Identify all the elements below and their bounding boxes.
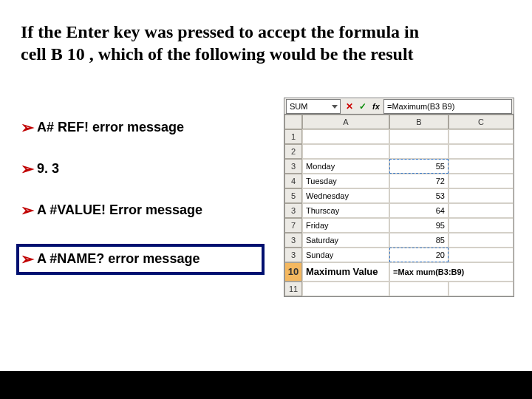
cell-b5[interactable]: 53 — [389, 188, 449, 203]
cell-b7[interactable]: 95 — [389, 218, 449, 233]
row-header[interactable]: 3 — [284, 203, 302, 218]
option-d-correct[interactable]: ➢ A #NAME? error message — [16, 244, 265, 275]
options-list: ➢ A# REF! error message ➢ 9. 3 ➢ A #VALU… — [21, 120, 265, 300]
row-header[interactable]: 3 — [284, 159, 302, 174]
row-header[interactable]: 1 — [284, 129, 302, 144]
cell-a1[interactable] — [302, 129, 389, 144]
cell-b3[interactable]: 55 — [389, 159, 449, 174]
option-a-label: A# REF! error message — [37, 120, 184, 135]
bottom-bar — [0, 371, 532, 399]
cell-c6[interactable] — [449, 203, 514, 218]
row-header[interactable]: 5 — [284, 188, 302, 203]
cell-c11[interactable] — [449, 282, 514, 296]
cell-a11[interactable] — [302, 282, 389, 296]
cell-c9[interactable] — [449, 248, 514, 262]
row-header[interactable]: 3 — [284, 233, 302, 248]
name-box-value: SUM — [290, 102, 307, 111]
question-text: If the Enter key was pressed to accept t… — [21, 21, 434, 65]
cell-b9[interactable]: 20 — [389, 248, 449, 262]
cell-c2[interactable] — [449, 144, 514, 159]
cancel-icon[interactable]: ✕ — [344, 100, 355, 112]
formula-bar: SUM ✕ ✓ fx =Maximum(B3 B9) — [284, 98, 514, 115]
cell-b4[interactable]: 72 — [389, 174, 449, 188]
option-d-label: A #NAME? error message — [37, 251, 200, 267]
accept-icon[interactable]: ✓ — [357, 100, 369, 112]
row-header[interactable]: 3 — [284, 248, 302, 262]
cell-a2[interactable] — [302, 144, 389, 159]
spreadsheet-screenshot: SUM ✕ ✓ fx =Maximum(B3 B9) A B C 1 2 3 M… — [284, 98, 514, 297]
row-header-active[interactable]: 10 — [284, 262, 302, 282]
cell-a5[interactable]: Wednesday — [302, 188, 389, 203]
cell-a10[interactable]: Maximum Value — [302, 262, 389, 282]
formula-input[interactable]: =Maximum(B3 B9) — [383, 99, 512, 114]
cell-b11[interactable] — [389, 282, 449, 296]
cell-a3[interactable]: Monday — [302, 159, 389, 174]
formula-bar-buttons: ✕ ✓ fx — [342, 100, 383, 112]
col-header-b[interactable]: B — [389, 115, 449, 129]
option-c[interactable]: ➢ A #VALUE! Error message — [21, 202, 265, 219]
option-b-label: 9. 3 — [37, 161, 59, 177]
name-box[interactable]: SUM — [286, 99, 341, 114]
option-a[interactable]: ➢ A# REF! error message — [21, 120, 265, 136]
option-c-label: A #VALUE! Error message — [37, 202, 202, 218]
bullet-arrow-icon: ➢ — [21, 202, 34, 219]
cell-c3[interactable] — [449, 159, 514, 174]
cell-b10-editing[interactable]: =Max mum(B3:B9) — [389, 262, 514, 282]
cell-a4[interactable]: Tuesday — [302, 174, 389, 188]
cell-c1[interactable] — [449, 129, 514, 144]
cell-a6[interactable]: Thurscay — [302, 203, 389, 218]
fx-icon[interactable]: fx — [370, 100, 382, 112]
formula-text: =Maximum(B3 B9) — [387, 102, 454, 111]
cell-c5[interactable] — [449, 188, 514, 203]
cell-c7[interactable] — [449, 218, 514, 233]
bullet-arrow-icon: ➢ — [21, 161, 34, 177]
row-header[interactable]: 11 — [284, 282, 302, 296]
col-header-c[interactable]: C — [449, 115, 514, 129]
cell-a7[interactable]: Friday — [302, 218, 389, 233]
cell-b6[interactable]: 64 — [389, 203, 449, 218]
row-header[interactable]: 2 — [284, 144, 302, 159]
select-all-corner[interactable] — [284, 115, 302, 129]
cell-a9[interactable]: Sunday — [302, 248, 389, 262]
cell-c8[interactable] — [449, 233, 514, 248]
bullet-arrow-icon: ➢ — [21, 251, 34, 267]
grid: A B C 1 2 3 Monday 55 4 Tuesday 72 5 Wed… — [284, 115, 514, 296]
cell-b8[interactable]: 85 — [389, 233, 449, 248]
cell-a8[interactable]: Saturday — [302, 233, 389, 248]
row-header[interactable]: 4 — [284, 174, 302, 188]
option-b[interactable]: ➢ 9. 3 — [21, 161, 265, 177]
bullet-arrow-icon: ➢ — [21, 120, 34, 136]
cell-b2[interactable] — [389, 144, 449, 159]
cell-c4[interactable] — [449, 174, 514, 188]
cell-b1[interactable] — [389, 129, 449, 144]
row-header[interactable]: 7 — [284, 218, 302, 233]
col-header-a[interactable]: A — [302, 115, 389, 129]
